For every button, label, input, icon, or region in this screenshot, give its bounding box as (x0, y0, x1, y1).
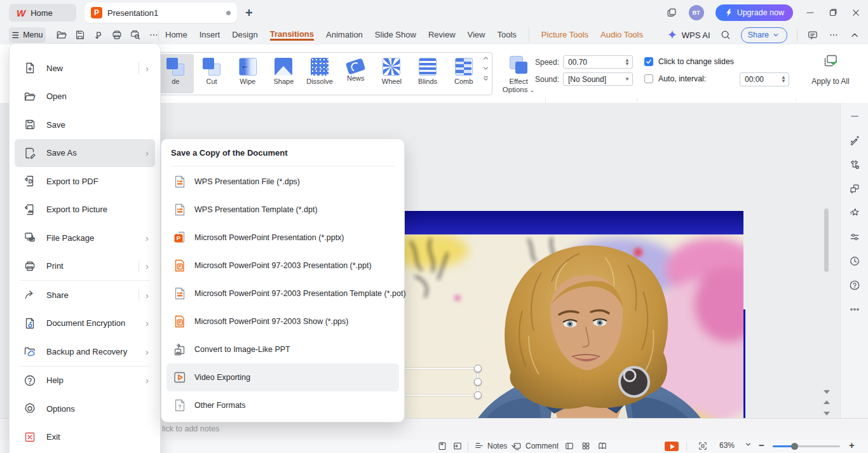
menu-item-open[interactable]: Open (15, 83, 155, 111)
menu-item-save-as[interactable]: Save As› (15, 139, 155, 168)
history-icon[interactable] (849, 255, 860, 267)
window-switch-icon[interactable] (666, 7, 677, 18)
ribbon-tab-view[interactable]: View (468, 30, 485, 41)
slide-sorter-view-icon[interactable] (581, 441, 591, 451)
restore-button[interactable] (827, 7, 839, 18)
click-to-change-checkbox[interactable] (644, 57, 653, 66)
zoom-in-button[interactable]: + (849, 440, 855, 450)
interval-spinner[interactable]: ▲▼ (781, 76, 786, 83)
collapse-ribbon-icon[interactable] (849, 29, 860, 41)
document-tab[interactable]: P Presentation1 (85, 3, 237, 23)
ribbon-tab-transitions[interactable]: Transitions (270, 29, 314, 41)
submenu-item-other-formats[interactable]: Other Formats (166, 391, 399, 419)
menu-item-export-to-picture[interactable]: Export to Picture (15, 196, 155, 224)
minimize-button[interactable] (804, 7, 816, 18)
transition-blinds[interactable]: Blinds (410, 54, 446, 93)
ribbon-tab-design[interactable]: Design (232, 30, 257, 41)
previous-slide-icon[interactable] (824, 400, 830, 404)
menu-button[interactable]: ☰ Menu (9, 27, 46, 43)
next-slide-icon[interactable] (824, 412, 830, 416)
task-pane-icon[interactable] (437, 441, 447, 451)
menu-item-options[interactable]: Options (15, 395, 155, 423)
interval-input[interactable]: 00:00 ▲▼ (740, 72, 789, 86)
ribbon-tab-home[interactable]: Home (165, 30, 187, 41)
adjust-settings-icon[interactable] (849, 231, 860, 243)
speed-input[interactable]: 00.70 ▲▼ (563, 55, 633, 69)
zoom-out-button[interactable]: − (759, 440, 764, 450)
ribbon-tab-audio-tools[interactable]: Audio Tools (600, 30, 643, 41)
comment-button[interactable]: Comment (512, 441, 559, 451)
menu-item-file-package[interactable]: File Package› (15, 224, 155, 252)
submenu-item-video-exporting[interactable]: Video Exporting (166, 363, 399, 391)
menu-item-new[interactable]: New› (15, 54, 155, 83)
transition-dissolve[interactable]: Dissolve (302, 54, 338, 93)
menu-item-backup-and-recovery[interactable]: Backup and Recovery› (15, 337, 155, 366)
ribbon-tab-tools[interactable]: Tools (497, 30, 516, 41)
transition-shape[interactable]: Shape (266, 54, 302, 93)
menu-item-help[interactable]: Help› (15, 367, 155, 395)
sound-select[interactable]: [No Sound] ▼ (563, 72, 633, 86)
resize-handle-middle-right[interactable] (474, 378, 482, 386)
transition-wheel[interactable]: Wheel (374, 54, 410, 93)
zoom-slider-thumb[interactable] (791, 443, 798, 450)
wps-ai-label[interactable]: WPS AI (682, 30, 710, 40)
print-icon[interactable] (111, 29, 123, 41)
help-icon[interactable] (849, 280, 860, 291)
star-effects-icon[interactable] (849, 207, 860, 219)
slide-layout-icon[interactable] (849, 183, 860, 194)
gallery-up-icon[interactable] (482, 55, 489, 62)
submenu-item-microsoft-powerpoint-presentation-pptx[interactable]: Microsoft PowerPoint Presentation (*.ppt… (166, 224, 399, 252)
zoom-level[interactable]: 63% (719, 441, 735, 450)
wps-ai-icon[interactable] (667, 29, 678, 41)
reading-view-icon[interactable] (597, 441, 607, 451)
menu-item-share[interactable]: Share› (15, 281, 155, 309)
apply-to-all-button[interactable]: Apply to All (798, 53, 863, 86)
vertical-scrollbar[interactable] (824, 208, 829, 272)
auto-interval-checkbox[interactable] (644, 74, 653, 83)
transition-wipe[interactable]: Wipe (229, 54, 266, 93)
ribbon-tab-insert[interactable]: Insert (200, 30, 220, 41)
speed-spinner[interactable]: ▲▼ (625, 58, 630, 65)
menu-item-exit[interactable]: Exit (15, 423, 155, 452)
undo-icon[interactable] (93, 29, 104, 41)
new-tab-button[interactable]: + (245, 6, 253, 20)
more-options-icon[interactable] (828, 29, 839, 41)
comment-bubble-icon[interactable] (807, 29, 818, 41)
home-tab[interactable]: W Home (9, 4, 76, 22)
share-button[interactable]: Share (741, 27, 787, 43)
menu-item-export-to-pdf[interactable]: Export to PDF (15, 167, 155, 196)
search-icon[interactable] (720, 29, 731, 41)
submenu-item-microsoft-powerpoint-97-2003-presentation-template-pot[interactable]: Microsoft PowerPoint 97-2003 Presentatio… (166, 280, 399, 308)
open-icon[interactable] (56, 29, 67, 41)
zoom-caret-icon[interactable] (745, 441, 752, 448)
close-button[interactable] (850, 7, 862, 18)
notes-toggle[interactable]: Notes (474, 441, 517, 451)
ribbon-tab-animation[interactable]: Animation (326, 30, 363, 41)
gallery-down-icon[interactable] (482, 65, 489, 72)
submenu-item-wps-presentation-file-dps[interactable]: WPS Presentation File (*.dps) (166, 168, 399, 196)
transition-cut[interactable]: Cut (194, 54, 230, 93)
present-tool-icon[interactable] (452, 441, 463, 451)
scroll-down-icon[interactable] (824, 390, 830, 394)
ribbon-tab-picture-tools[interactable]: Picture Tools (541, 30, 588, 41)
more-icon[interactable] (849, 304, 860, 315)
gallery-more-icon[interactable] (482, 75, 489, 82)
menu-item-print[interactable]: Print› (15, 252, 155, 281)
transition-de[interactable]: de (158, 54, 194, 93)
magic-wand-icon[interactable] (849, 135, 860, 146)
fit-slide-icon[interactable] (698, 441, 708, 451)
save-icon[interactable] (74, 29, 86, 41)
menu-item-save[interactable]: Save (15, 111, 155, 139)
submenu-item-wps-presentation-template-dpt[interactable]: WPS Presentation Template (*.dpt) (166, 196, 399, 224)
avatar[interactable]: BT (689, 5, 704, 20)
ribbon-tab-review[interactable]: Review (428, 30, 456, 41)
ribbon-tab-slide-show[interactable]: Slide Show (375, 30, 416, 41)
collapse-pane-icon[interactable] (849, 111, 860, 122)
submenu-item-microsoft-powerpoint-97-2003-show-pps[interactable]: Microsoft PowerPoint 97-2003 Show (*.pps… (166, 308, 399, 335)
resize-handle-top-right[interactable] (474, 365, 482, 372)
transition-news[interactable]: News (337, 54, 374, 93)
transition-comb[interactable]: Comb (445, 54, 482, 93)
submenu-item-microsoft-powerpoint-97-2003-presentation-ppt[interactable]: Microsoft PowerPoint 97-2003 Presentatio… (166, 252, 399, 280)
slideshow-play-button[interactable] (665, 442, 679, 451)
upgrade-button[interactable]: Upgrade now (715, 4, 793, 21)
